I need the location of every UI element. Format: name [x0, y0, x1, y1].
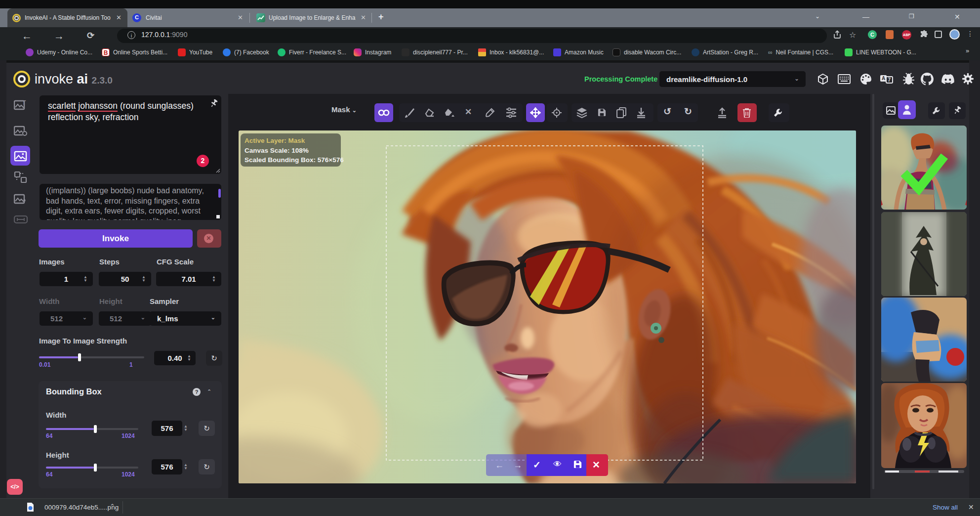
svg-text:7: 7 — [888, 77, 891, 83]
svg-text:A: A — [882, 76, 885, 81]
svg-text:T: T — [22, 99, 26, 106]
